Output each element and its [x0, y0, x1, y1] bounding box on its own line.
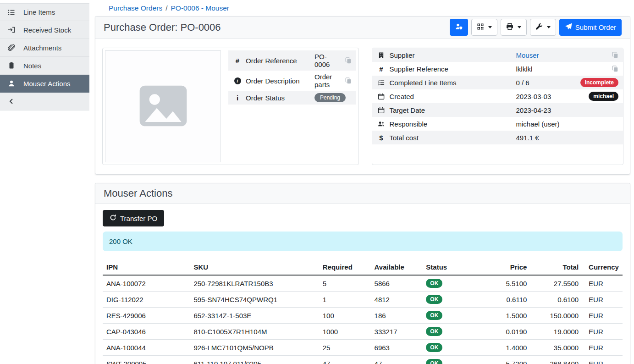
- print-actions-dropdown[interactable]: [501, 19, 527, 36]
- col-header-sku: SKU: [190, 259, 319, 275]
- cell-price: 5.7200: [484, 356, 530, 364]
- detail-value: 0 / 6: [516, 79, 529, 87]
- detail-label: Order Status: [246, 94, 311, 102]
- col-header-status: Status: [422, 259, 484, 275]
- cell-sku: 595-SN74HCS74QPWRQ1: [190, 292, 319, 308]
- breadcrumb-link-current[interactable]: PO-0006 - Mouser: [171, 4, 229, 12]
- mouser-actions-header: Mouser Actions: [95, 183, 630, 204]
- sidebar-item-received-stock[interactable]: Received Stock: [0, 21, 89, 39]
- detail-value: 491.1 €: [516, 134, 539, 142]
- barcode-actions-dropdown[interactable]: [471, 19, 497, 36]
- line-items-table: IPN SKU Required Available Status Price …: [103, 259, 623, 364]
- sidebar-collapse-button[interactable]: [0, 93, 89, 110]
- sidebar-item-line-items[interactable]: Line Items: [0, 3, 89, 21]
- cell-status: OK: [422, 356, 484, 364]
- supplier-link[interactable]: Mouser: [516, 51, 539, 59]
- detail-row-created: Created 2023-03-03 michael: [372, 89, 623, 103]
- col-header-total: Total: [530, 259, 582, 275]
- mouser-actions-card: Mouser Actions Transfer PO 200 OK: [95, 183, 630, 364]
- detail-label: Order Reference: [246, 57, 311, 65]
- sidebar-item-attachments[interactable]: Attachments: [0, 39, 89, 57]
- detail-value: lklklkl: [516, 65, 533, 73]
- mouser-actions-body: Transfer PO 200 OK IPN SKU Required Avai…: [95, 204, 630, 364]
- sidebar-item-label: Attachments: [23, 44, 61, 52]
- sidebar-item-label: Notes: [23, 62, 41, 70]
- panel-title: Mouser Actions: [104, 188, 172, 199]
- detail-value: michael (user): [516, 120, 560, 128]
- detail-row-target-date: Target Date 2023-04-23: [372, 103, 623, 117]
- table-row[interactable]: RES-429006 652-3314Z-1-503E 100 186 OK 1…: [103, 308, 623, 324]
- detail-row-order-status: i Order Status Pending: [228, 91, 356, 105]
- copy-icon[interactable]: [345, 57, 352, 64]
- status-badge: OK: [426, 343, 442, 352]
- order-info-table: # Order Reference PO-0006 i Order Descri…: [228, 50, 356, 162]
- send-icon: [565, 23, 572, 32]
- cell-ipn: CAP-043046: [103, 324, 190, 340]
- chevron-left-icon: [7, 98, 15, 105]
- col-header-ipn: IPN: [103, 259, 190, 275]
- status-badge: OK: [426, 359, 442, 364]
- detail-label: Supplier: [390, 51, 513, 59]
- dollar-icon: $: [377, 134, 386, 142]
- table-row[interactable]: ANA-100072 250-72981KLRATR150B3 5 5866 O…: [103, 275, 623, 292]
- copy-icon[interactable]: [612, 66, 618, 72]
- status-badge: OK: [426, 279, 442, 288]
- incomplete-badge: Incomplete: [580, 78, 618, 87]
- user-shield-icon: [455, 23, 463, 32]
- breadcrumb: Purchase Orders/PO-0006 - Mouser: [89, 0, 634, 16]
- list-check-icon: [377, 79, 386, 86]
- order-image-placeholder[interactable]: [105, 50, 221, 162]
- transfer-po-button[interactable]: Transfer PO: [103, 210, 164, 226]
- cell-currency: EUR: [582, 308, 623, 324]
- list-icon: [7, 8, 15, 16]
- calendar-icon: [377, 93, 386, 100]
- cell-available: 5866: [371, 275, 423, 292]
- table-row[interactable]: DIG-112022 595-SN74HCS74QPWRQ1 1 4812 OK…: [103, 292, 623, 308]
- order-details: # Order Reference PO-0006 i Order Descri…: [95, 39, 630, 174]
- user-permissions-button[interactable]: [450, 19, 468, 36]
- sidebar-item-mouser-actions[interactable]: Mouser Actions: [0, 75, 89, 93]
- sidebar-item-label: Received Stock: [23, 26, 71, 34]
- caret-down-icon: [518, 26, 521, 28]
- caret-down-icon: [547, 26, 551, 28]
- table-row[interactable]: SWT-200005 611-110.107.011/0205 47 47 OK…: [103, 356, 623, 364]
- cell-available: 333217: [371, 324, 423, 340]
- order-toolbar: Submit Order: [450, 19, 622, 36]
- cell-required: 47: [319, 356, 371, 364]
- wrench-icon: [535, 23, 543, 32]
- cell-total: 35.0000: [530, 340, 582, 356]
- copy-icon[interactable]: [612, 52, 618, 58]
- cell-total: 0.6100: [530, 292, 582, 308]
- table-row[interactable]: CAP-043046 810-C1005X7R1H104M 1000 33321…: [103, 324, 623, 340]
- detail-row-order-description: i Order Description Order parts: [228, 71, 356, 91]
- detail-label: Order Description: [246, 77, 311, 85]
- sidebar-item-notes[interactable]: Notes: [0, 57, 89, 75]
- calendar-icon: [377, 107, 386, 114]
- cell-status: OK: [422, 308, 484, 324]
- table-row[interactable]: ANA-100044 926-LMC7101QM5/NOPB 25 6963 O…: [103, 340, 623, 356]
- detail-label: Responsible: [390, 120, 513, 128]
- transfer-po-label: Transfer PO: [120, 215, 157, 222]
- note-icon: [7, 62, 15, 70]
- page-title: Purchase Order: PO-0006: [104, 22, 221, 33]
- sidebar-item-label: Mouser Actions: [23, 80, 71, 88]
- table-body: ANA-100072 250-72981KLRATR150B3 5 5866 O…: [103, 275, 623, 364]
- copy-icon[interactable]: [345, 77, 352, 84]
- cell-total: 150.0000: [530, 308, 582, 324]
- table-header-row: IPN SKU Required Available Status Price …: [103, 259, 623, 275]
- detail-value: 2023-03-03: [516, 93, 551, 100]
- status-badge: OK: [426, 311, 442, 320]
- cell-required: 5: [319, 275, 371, 292]
- sidebar: Line Items Received Stock Attachments No…: [0, 0, 89, 364]
- breadcrumb-link-purchase-orders[interactable]: Purchase Orders: [109, 4, 162, 12]
- cell-ipn: SWT-200005: [103, 356, 190, 364]
- detail-label: Created: [390, 93, 513, 100]
- info-circle-icon: i: [233, 77, 242, 84]
- submit-order-button[interactable]: Submit Order: [559, 19, 622, 36]
- sidebar-item-label: Line Items: [23, 8, 55, 16]
- order-actions-dropdown[interactable]: [530, 19, 556, 36]
- cell-required: 100: [319, 308, 371, 324]
- cell-currency: EUR: [582, 324, 623, 340]
- user-badge: michael: [589, 92, 618, 101]
- purchase-order-header: Purchase Order: PO-0006: [95, 17, 630, 39]
